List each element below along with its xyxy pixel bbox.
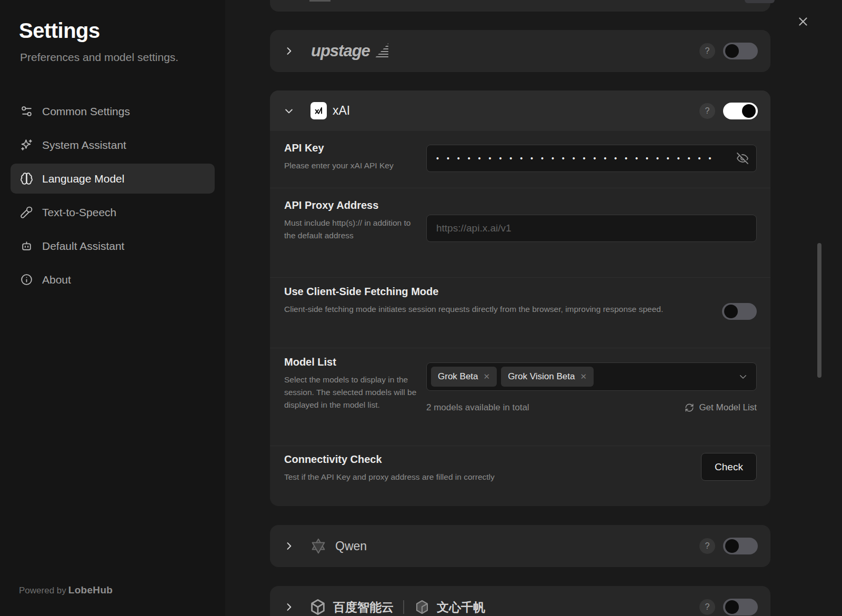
model-tag: Grok Vision Beta ✕ xyxy=(501,367,594,387)
chevron-right-icon[interactable] xyxy=(284,541,294,551)
mic-icon xyxy=(20,206,33,219)
check-button[interactable]: Check xyxy=(701,453,757,481)
brain-icon xyxy=(20,172,33,185)
partial-toggle-sliver xyxy=(745,0,775,3)
provider-header-upstage[interactable]: upstage ? xyxy=(270,30,770,72)
sidebar-item-label: Text-to-Speech xyxy=(42,206,116,219)
provider-header-baidu[interactable]: 百度智能云 文心千帆 ? xyxy=(270,586,770,616)
sidebar-item-common-settings[interactable]: Common Settings xyxy=(11,96,215,126)
proxy-label: API Proxy Address xyxy=(284,199,417,211)
client-fetch-toggle[interactable] xyxy=(722,303,757,320)
provider-card-baidu: 百度智能云 文心千帆 ? xyxy=(270,586,770,616)
connectivity-row: Connectivity Check Test if the API Key a… xyxy=(270,446,770,506)
client-fetch-label: Use Client-Side Fetching Mode xyxy=(284,285,722,298)
get-model-list-label: Get Model List xyxy=(699,402,757,413)
api-key-label: API Key xyxy=(284,142,417,154)
eye-off-icon[interactable] xyxy=(736,152,749,165)
api-key-row: API Key Please enter your xAI API Key ••… xyxy=(270,131,770,188)
help-icon[interactable]: ? xyxy=(699,538,715,554)
chevron-down-icon xyxy=(738,372,748,381)
model-tag: Grok Beta ✕ xyxy=(431,367,497,387)
proxy-address-input[interactable] xyxy=(426,215,757,242)
page-subtitle: Preferences and model settings. xyxy=(20,51,225,64)
toggle-knob xyxy=(725,44,739,58)
divider xyxy=(403,600,404,614)
qwen-enable-toggle[interactable] xyxy=(723,538,758,554)
info-icon xyxy=(20,273,33,286)
toggle-knob xyxy=(724,305,738,318)
get-model-list-button[interactable]: Get Model List xyxy=(685,402,757,413)
provider-name-xai: xAI xyxy=(333,104,350,118)
scrollbar-thumb[interactable] xyxy=(817,243,821,378)
sliders-icon xyxy=(20,105,33,118)
refresh-icon xyxy=(685,403,694,412)
toggle-knob xyxy=(725,539,739,553)
robot-icon xyxy=(20,239,33,253)
connectivity-description: Test if the API Key and proxy address ar… xyxy=(284,471,701,483)
chevron-right-icon[interactable] xyxy=(284,46,294,56)
api-key-masked-value: ••••••••••••••••••••••••••• xyxy=(436,154,736,163)
provider-card-partial xyxy=(270,0,770,12)
sidebar-item-label: Default Assistant xyxy=(42,240,124,253)
help-icon[interactable]: ? xyxy=(699,43,715,59)
sidebar-item-text-to-speech[interactable]: Text-to-Speech xyxy=(11,197,215,227)
model-select[interactable]: Grok Beta ✕ Grok Vision Beta ✕ xyxy=(426,362,757,391)
chevron-down-icon[interactable] xyxy=(284,106,294,116)
provider-header-qwen[interactable]: Qwen ? xyxy=(270,525,770,567)
model-count-text: 2 models available in total xyxy=(426,402,529,413)
model-list-label: Model List xyxy=(284,356,417,368)
upstage-enable-toggle[interactable] xyxy=(723,43,758,59)
xai-enable-toggle[interactable] xyxy=(723,103,758,119)
upstage-flag-icon xyxy=(375,43,388,59)
baidu-enable-toggle[interactable] xyxy=(723,599,758,615)
client-fetch-description: Client-side fetching mode initiates sess… xyxy=(284,303,695,316)
help-icon[interactable]: ? xyxy=(699,103,715,119)
sparkles-icon xyxy=(20,138,33,152)
connectivity-label: Connectivity Check xyxy=(284,453,701,466)
client-fetch-row: Use Client-Side Fetching Mode Client-sid… xyxy=(270,278,770,348)
provider-name-wenxin: 文心千帆 xyxy=(437,599,485,615)
page-title: Settings xyxy=(19,19,225,43)
api-key-input[interactable]: ••••••••••••••••••••••••••• xyxy=(426,145,757,172)
powered-by: Powered byLobeHub xyxy=(19,584,113,596)
help-icon[interactable]: ? xyxy=(699,599,715,615)
sidebar-item-label: About xyxy=(42,274,71,286)
sidebar-item-language-model[interactable]: Language Model xyxy=(11,164,215,194)
remove-tag-icon[interactable]: ✕ xyxy=(580,372,587,381)
sidebar-item-about[interactable]: About xyxy=(11,265,215,295)
close-icon xyxy=(796,22,810,30)
model-list-row: Model List Select the models to display … xyxy=(270,348,770,446)
xai-logo-icon xyxy=(310,102,327,119)
provider-card-upstage: upstage ? xyxy=(270,30,770,72)
toggle-knob xyxy=(742,104,756,118)
provider-name-baidu-cloud: 百度智能云 xyxy=(333,599,394,615)
wenxin-logo-icon xyxy=(414,599,430,615)
upstage-wordmark: upstage xyxy=(311,42,370,60)
chevron-right-icon[interactable] xyxy=(284,602,294,612)
powered-by-text: Powered by xyxy=(19,585,66,595)
upstage-logo: upstage xyxy=(311,42,388,60)
settings-screen: Settings Preferences and model settings.… xyxy=(0,0,842,616)
close-button[interactable] xyxy=(796,15,810,29)
settings-nav: Common Settings System Assistant Languag… xyxy=(0,96,225,295)
toggle-knob xyxy=(725,600,739,614)
sidebar-item-label: Language Model xyxy=(42,173,124,185)
sidebar: Settings Preferences and model settings.… xyxy=(0,0,225,616)
qwen-logo-icon xyxy=(309,537,328,556)
baidu-cloud-logo-icon xyxy=(309,598,327,616)
settings-content: upstage ? xAI ? xyxy=(225,0,842,616)
provider-name-qwen: Qwen xyxy=(335,539,367,553)
provider-card-xai: xAI ? API Key Please enter your xAI API … xyxy=(270,90,770,506)
remove-tag-icon[interactable]: ✕ xyxy=(484,372,490,381)
sidebar-item-system-assistant[interactable]: System Assistant xyxy=(11,130,215,160)
sidebar-item-default-assistant[interactable]: Default Assistant xyxy=(11,231,215,261)
provider-header-xai[interactable]: xAI ? xyxy=(270,90,770,131)
partial-logo-sliver xyxy=(309,0,330,2)
lobehub-brand: LobeHub xyxy=(68,584,113,595)
api-key-description: Please enter your xAI API Key xyxy=(284,159,417,172)
proxy-description: Must include http(s):// in addition to t… xyxy=(284,217,417,242)
model-tag-label: Grok Beta xyxy=(438,371,478,382)
model-list-description: Select the models to display in the sess… xyxy=(284,373,417,411)
sidebar-item-label: System Assistant xyxy=(42,139,126,152)
sidebar-item-label: Common Settings xyxy=(42,105,130,118)
